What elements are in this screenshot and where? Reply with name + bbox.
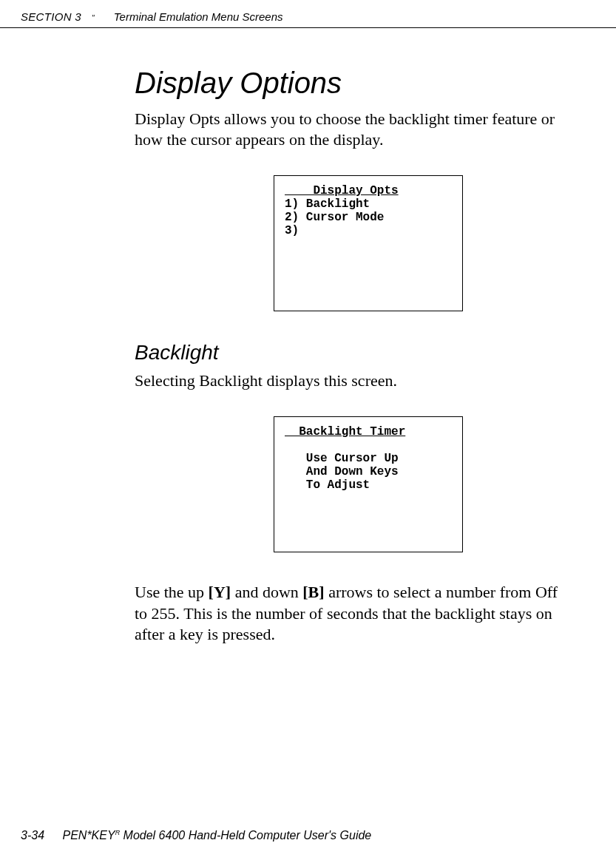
page-number: 3-34 — [21, 829, 44, 842]
backlight-intro: Selecting Backlight displays this screen… — [135, 370, 573, 391]
text-part-a: Use the up — [135, 583, 209, 601]
key-down: [B] — [302, 583, 324, 601]
page-footer: 3-34 PEN*KEYR Model 6400 Hand-Held Compu… — [21, 829, 595, 842]
screen2-line-1: Use Cursor Up — [285, 452, 399, 465]
screen2-line-2: And Down Keys — [285, 465, 399, 478]
header-title: Terminal Emulation Menu Screens — [114, 10, 283, 23]
display-opts-screen: Display Opts 1) Backlight 2) Cursor Mode… — [274, 175, 463, 311]
text-part-b: and down — [231, 583, 302, 601]
screen1-title: Display Opts — [285, 184, 399, 197]
backlight-timer-screen: Backlight Timer Use Cursor Up And Down K… — [274, 416, 463, 552]
header-separator: " — [92, 14, 95, 22]
screen1-option-3: 3) — [285, 224, 299, 237]
key-up: [Y] — [209, 583, 231, 601]
page-header: SECTION 3 " Terminal Emulation Menu Scre… — [0, 0, 616, 28]
footer-guide-title: Model 6400 Hand-Held Computer User's Gui… — [120, 829, 371, 842]
screen2-title: Backlight Timer — [285, 425, 405, 439]
page-title: Display Options — [135, 67, 573, 100]
backlight-instructions: Use the up [Y] and down [B] arrows to se… — [135, 582, 573, 644]
screen1-option-1: 1) Backlight — [285, 197, 370, 211]
footer-product-name: PEN*KEY — [62, 829, 115, 842]
screen2-line-3: To Adjust — [285, 478, 370, 492]
intro-paragraph: Display Opts allows you to choose the ba… — [135, 109, 573, 150]
screen1-option-2: 2) Cursor Mode — [285, 211, 384, 224]
main-content: Display Options Display Opts allows you … — [135, 67, 573, 670]
section-label: SECTION 3 — [21, 10, 81, 23]
backlight-heading: Backlight — [135, 341, 573, 365]
header-line: SECTION 3 " Terminal Emulation Menu Scre… — [21, 10, 595, 23]
